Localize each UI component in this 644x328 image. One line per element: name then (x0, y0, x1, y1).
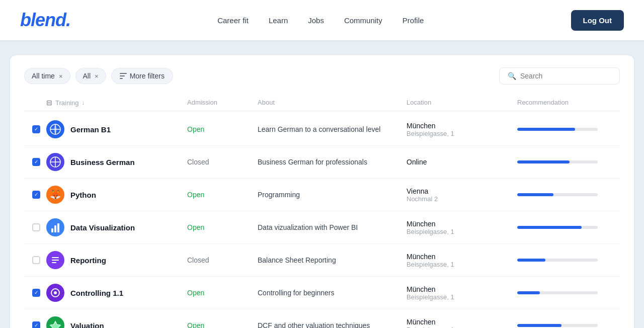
location-cell: München Beispielgasse, 1 (407, 122, 517, 137)
svg-rect-0 (120, 73, 127, 74)
rec-bar-fill (517, 324, 561, 327)
rec-bar-fill (517, 193, 553, 196)
rec-bar-fill (517, 259, 545, 262)
location-cell: München Beispielgasse, 1 (407, 285, 517, 301)
admission-cell: Open (187, 289, 258, 297)
filter-all-close[interactable]: × (95, 72, 99, 80)
col-checkbox (26, 99, 46, 107)
logout-button[interactable]: Log Out (571, 10, 624, 31)
svg-rect-1 (120, 75, 125, 76)
course-icon (46, 316, 64, 328)
filter-all-tag[interactable]: All × (75, 68, 106, 84)
rec-bar-background (517, 226, 598, 229)
table-row: Reporting Closed Balance Sheet Reporting… (24, 244, 620, 277)
about-cell: Learn German to a conversational level (258, 125, 407, 133)
nav-learn[interactable]: Learn (269, 16, 288, 25)
logo: blend. (20, 10, 70, 31)
course-name: Reporting (70, 256, 106, 265)
header: blend. Career fit Learn Jobs Community P… (0, 0, 644, 40)
row-checkbox[interactable]: ✓ (32, 125, 40, 133)
training-table: ⊟ Training ↓ Admission About Location Re… (24, 95, 620, 328)
table-row: ✓ 🦊 Python Open Programming Vienna Nochm… (24, 179, 620, 211)
rec-bar-background (517, 160, 598, 163)
col-header-training: ⊟ Training ↓ (46, 99, 187, 107)
admission-cell: Open (187, 125, 258, 133)
course-name: Python (70, 191, 96, 199)
rec-bar-fill (517, 291, 540, 294)
svg-rect-15 (54, 225, 56, 232)
filter-all-label: All (83, 72, 91, 80)
nav-career-fit[interactable]: Career fit (217, 16, 249, 25)
content-card: All time × All × More filters 🔍 (10, 55, 634, 328)
checkbox-cell (26, 256, 46, 264)
about-cell: Data vizualization with Power BI (258, 223, 407, 231)
checkbox-cell: ✓ (26, 321, 46, 328)
search-input[interactable] (520, 72, 611, 80)
svg-text:🦊: 🦊 (50, 189, 61, 200)
row-checkbox[interactable] (32, 256, 40, 264)
course-icon (46, 284, 64, 302)
svg-rect-19 (52, 260, 59, 261)
col-header-recommendation: Recommendation (517, 99, 618, 107)
training-cell: Reporting (46, 251, 187, 269)
svg-rect-16 (57, 223, 59, 232)
training-cell: Valuation (46, 316, 187, 328)
table-header: ⊟ Training ↓ Admission About Location Re… (24, 95, 620, 111)
svg-rect-2 (120, 78, 123, 79)
checkbox-cell: ✓ (26, 158, 46, 166)
svg-point-23 (54, 291, 57, 294)
about-cell: Controlling for beginners (258, 289, 407, 297)
col-header-about: About (258, 99, 407, 107)
recommendation-cell (517, 193, 618, 196)
col-header-admission: Admission (187, 99, 258, 107)
table-body: ✓ German B1 Open Learn German to a conve… (24, 113, 620, 328)
training-cell: 🦊 Python (46, 186, 187, 204)
svg-rect-14 (51, 228, 53, 232)
main-content: All time × All × More filters 🔍 (0, 40, 644, 328)
nav-jobs[interactable]: Jobs (308, 16, 324, 25)
search-box: 🔍 (499, 67, 620, 85)
checkbox-cell: ✓ (26, 191, 46, 199)
collapse-icon[interactable]: ⊟ (46, 99, 52, 107)
more-filters-label: More filters (130, 72, 165, 80)
nav-community[interactable]: Community (344, 16, 382, 25)
location-cell: Vienna Nochmal 2 (407, 187, 517, 203)
svg-rect-18 (52, 257, 59, 258)
recommendation-cell (517, 324, 618, 327)
course-icon: 🦊 (46, 186, 64, 204)
row-checkbox[interactable]: ✓ (32, 289, 40, 297)
filter-time-close[interactable]: × (59, 72, 63, 80)
more-filters-button[interactable]: More filters (111, 68, 173, 84)
admission-cell: Closed (187, 158, 258, 166)
location-cell: München Beispielgasse, 1 (407, 220, 517, 235)
course-name: Data Visualization (70, 223, 135, 232)
row-checkbox[interactable] (32, 223, 40, 231)
row-checkbox[interactable]: ✓ (32, 191, 40, 199)
checkbox-cell (26, 223, 46, 231)
training-cell: German B1 (46, 120, 187, 138)
table-row: ✓ Business German Closed Business German… (24, 146, 620, 179)
row-checkbox[interactable]: ✓ (32, 158, 40, 166)
course-icon (46, 218, 64, 236)
table-row: Data Visualization Open Data vizualizati… (24, 211, 620, 244)
recommendation-cell (517, 160, 618, 163)
filter-icon (120, 73, 127, 79)
rec-bar-background (517, 324, 598, 327)
filter-time-tag[interactable]: All time × (24, 68, 70, 84)
search-icon: 🔍 (508, 72, 516, 80)
sort-arrow[interactable]: ↓ (82, 100, 85, 106)
about-cell: Balance Sheet Reporting (258, 256, 407, 264)
about-cell: Programming (258, 191, 407, 199)
row-checkbox[interactable]: ✓ (32, 321, 40, 328)
table-row: ✓ Valuation Open DCF and other valuation… (24, 309, 620, 328)
training-cell: Data Visualization (46, 218, 187, 236)
svg-rect-20 (52, 262, 56, 263)
recommendation-cell (517, 226, 618, 229)
course-icon (46, 251, 64, 269)
about-cell: Business German for professionals (258, 158, 407, 166)
checkbox-cell: ✓ (26, 125, 46, 133)
admission-cell: Closed (187, 256, 258, 264)
nav-profile[interactable]: Profile (403, 16, 424, 25)
course-icon (46, 120, 64, 138)
about-cell: DCF and other valuation techniques (258, 321, 407, 328)
